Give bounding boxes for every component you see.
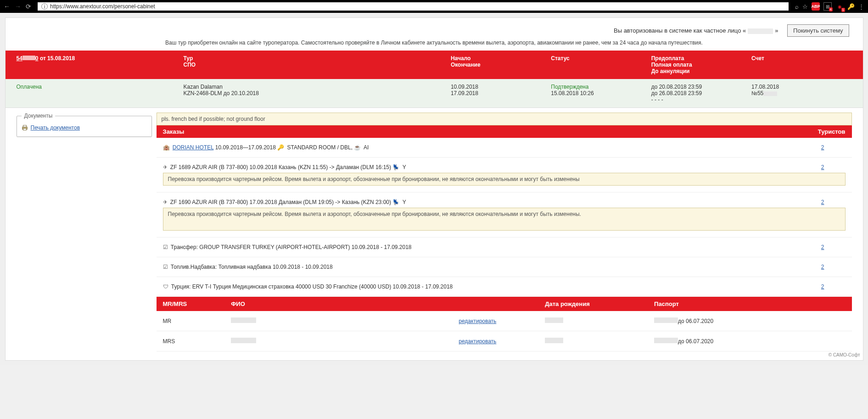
url-text: https://www.anextour.com/personel-cabine… xyxy=(50,3,155,10)
browser-right-icons: ⌕ ☆ ABP ⊞4 ◉1 🔑 ⋮ xyxy=(795,2,864,11)
redacted-dob xyxy=(545,317,563,323)
order-transfer: ☑ Трансфер: GROUP TRANSFER TURKEY (AIRPO… xyxy=(157,238,852,257)
tour-value: Kazan DalamanKZN-2468-DLM до 20.10.2018 xyxy=(184,84,451,103)
status-header: Статус xyxy=(551,55,651,74)
documents-box: Документы Печать документов xyxy=(17,113,152,137)
print-documents-link[interactable]: Печать документов xyxy=(31,125,80,131)
svg-rect-1 xyxy=(23,125,26,127)
redacted-dob xyxy=(545,338,563,343)
tourist-row-2: MRS редактировать до 06.07.2020 xyxy=(157,331,852,351)
order-number-link[interactable]: 540 xyxy=(17,55,39,62)
key-icon[interactable]: ⌕ xyxy=(795,3,799,10)
documents-title: Документы xyxy=(22,113,56,119)
th-mrmrs: MR/MRS xyxy=(163,300,231,307)
browser-chrome: ← → ⟳ i https://www.anextour.com/persone… xyxy=(0,0,868,13)
th-dob: Дата рождения xyxy=(545,300,654,307)
charter-note-1: Перевозка производится чартерным рейсом.… xyxy=(163,173,846,186)
order-insurance: 🛡 Турция: ERV T-I Турция Медицинская стр… xyxy=(157,277,852,297)
hotel-icon: 🏨 xyxy=(163,144,170,151)
order-flight-back: ✈ ZF 1690 AZUR AIR (В 737-800) 17.09.201… xyxy=(157,193,852,238)
th-passport: Паспорт xyxy=(654,300,845,307)
auth-bar: Вы авторизованы в системе как частное ли… xyxy=(6,18,863,39)
booking-row: Оплачена Kazan DalamanKZN-2468-DLM до 20… xyxy=(6,79,863,108)
fuel-icon: ☑ xyxy=(163,264,168,270)
th-fio: ФИО xyxy=(231,300,436,307)
t1-title: MR xyxy=(163,318,231,324)
orders-title: Заказы xyxy=(163,128,185,135)
seat-icon: 💺 xyxy=(392,199,399,205)
extension-icon-1[interactable]: ⊞4 xyxy=(823,2,832,11)
svg-rect-2 xyxy=(23,129,26,130)
extension-icon-2[interactable]: ◉1 xyxy=(835,2,844,11)
hotel-tourist-count[interactable]: 2 xyxy=(821,144,824,151)
order-hotel: 🏨 DORIAN HOTEL 10.09.2018—17.09.2018 🔑 S… xyxy=(157,138,852,158)
logout-button[interactable]: Покинуть систему xyxy=(787,24,849,37)
redacted-passport xyxy=(654,317,678,323)
abp-extension-icon[interactable]: ABP xyxy=(812,2,820,11)
address-bar[interactable]: i https://www.anextour.com/personel-cabi… xyxy=(38,2,789,11)
request-note: pls. french bed if possible; not ground … xyxy=(157,113,852,125)
orders-section-header: Заказы Туристов xyxy=(157,125,852,138)
plane-icon: ✈ xyxy=(163,164,168,170)
flight1-tourist-count[interactable]: 2 xyxy=(821,164,824,170)
info-icon[interactable]: i xyxy=(41,3,48,10)
redacted-passport xyxy=(654,338,678,343)
tour-header: ТурСПО xyxy=(184,55,451,74)
plane-icon: ✈ xyxy=(163,199,168,205)
hotel-link[interactable]: DORIAN HOTEL xyxy=(173,144,214,151)
dates-header: НачалоОкончание xyxy=(451,55,551,74)
edit-tourist-1-link[interactable]: редактировать xyxy=(459,318,496,324)
t2-title: MRS xyxy=(163,338,231,345)
flight2-tourist-count[interactable]: 2 xyxy=(821,199,824,205)
forward-icon: → xyxy=(15,3,21,10)
key-icon: 🔑 xyxy=(277,144,284,151)
payment-value: до 20.08.2018 23:59до 26.08.2018 23:59- … xyxy=(651,84,751,103)
menu-icon[interactable]: ⋮ xyxy=(858,3,864,10)
charter-note-2: Перевозка производится чартерным рейсом.… xyxy=(163,208,846,231)
shield-icon: 🛡 xyxy=(163,283,168,290)
booking-header: 540 от 15.08.2018 ТурСПО НачалоОкончание… xyxy=(6,51,863,79)
edit-tourist-2-link[interactable]: редактировать xyxy=(459,338,496,345)
invoice-value: 17.08.2018№55 xyxy=(751,84,851,103)
back-icon[interactable]: ← xyxy=(4,3,10,10)
order-number-header: 540 от 15.08.2018 xyxy=(17,55,184,74)
tourists-header-row: MR/MRS ФИО Дата рождения Паспорт xyxy=(157,297,852,311)
tourists-title: Туристов xyxy=(818,128,846,135)
samo-footer: © САМО-Софт xyxy=(6,351,863,358)
seat-icon: 💺 xyxy=(392,164,399,170)
reload-icon[interactable]: ⟳ xyxy=(26,3,31,10)
dates-value: 10.09.201817.09.2018 xyxy=(451,84,551,103)
paid-status: Оплачена xyxy=(17,84,184,103)
auth-text-suffix: » xyxy=(775,27,778,34)
printer-icon xyxy=(22,125,28,131)
transfer-icon: ☑ xyxy=(163,244,168,250)
auth-text-prefix: Вы авторизованы в системе как частное ли… xyxy=(614,27,746,34)
redacted-fio xyxy=(231,338,256,343)
keyhole-icon[interactable]: 🔑 xyxy=(847,3,855,10)
transfer-tourist-count[interactable]: 2 xyxy=(821,244,824,250)
fuel-tourist-count[interactable]: 2 xyxy=(821,264,824,270)
invoice-header: Счет xyxy=(751,55,851,74)
redacted-fio xyxy=(231,317,256,323)
meal-icon: ☕ xyxy=(354,144,361,151)
status-value: Подтверждена15.08.2018 10:26 xyxy=(551,84,651,103)
redacted-name xyxy=(748,28,773,34)
insurance-tourist-count[interactable]: 2 xyxy=(821,283,824,290)
info-line: Ваш тур приобретен онлайн на сайте туроп… xyxy=(6,39,863,51)
star-icon[interactable]: ☆ xyxy=(802,3,808,10)
payment-header: ПредоплатаПолная оплатаДо аннуляции xyxy=(651,55,751,74)
tourist-row-1: MR редактировать до 06.07.2020 xyxy=(157,311,852,331)
order-fuel: ☑ Топлив.Надбавка: Топливная надбавка 10… xyxy=(157,257,852,277)
order-flight-out: ✈ ZF 1689 AZUR AIR (В 737-800) 10.09.201… xyxy=(157,158,852,193)
